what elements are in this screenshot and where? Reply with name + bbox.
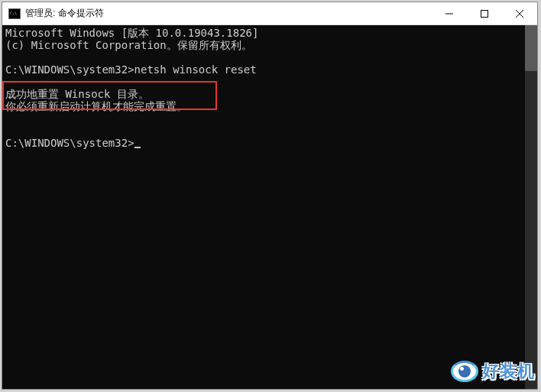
close-button[interactable]: [502, 2, 537, 24]
output-line: 你必须重新启动计算机才能完成重置。: [5, 100, 187, 112]
close-icon: [516, 10, 523, 18]
maximize-button[interactable]: [467, 2, 502, 24]
window-title: 管理员: 命令提示符: [25, 7, 432, 20]
maximize-icon: [481, 10, 488, 18]
command-prompt-window: 管理员: 命令提示符 Microsoft Windows [版本 10.0.19…: [2, 2, 538, 390]
output-line: 成功地重置 Winsock 目录。: [5, 88, 149, 100]
minimize-icon: [445, 10, 453, 18]
output-line: (c) Microsoft Corporation。保留所有权利。: [5, 39, 252, 51]
window-controls: [432, 2, 537, 24]
svg-rect-1: [481, 10, 488, 17]
vertical-scrollbar[interactable]: [525, 25, 537, 389]
prompt: C:\WINDOWS\system32>: [5, 137, 134, 149]
cursor: [134, 147, 141, 148]
minimize-button[interactable]: [432, 2, 467, 24]
prompt: C:\WINDOWS\system32>: [5, 63, 134, 76]
titlebar[interactable]: 管理员: 命令提示符: [2, 2, 537, 25]
output-line: Microsoft Windows [版本 10.0.19043.1826]: [5, 27, 258, 39]
terminal-output[interactable]: Microsoft Windows [版本 10.0.19043.1826] (…: [2, 25, 537, 389]
cmd-icon: [8, 8, 21, 19]
command-text: netsh winsock reset: [134, 63, 257, 76]
scrollbar-thumb[interactable]: [525, 25, 537, 71]
